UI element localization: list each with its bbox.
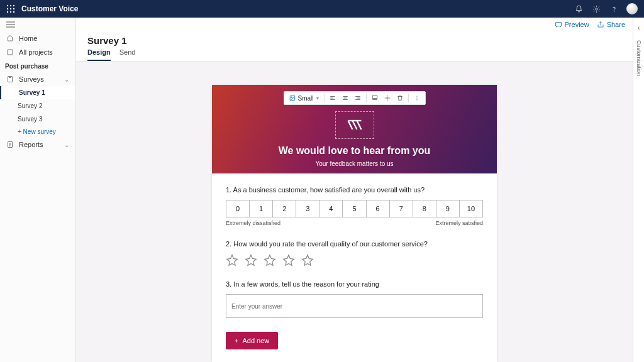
align-right-icon[interactable] — [352, 92, 364, 104]
size-select[interactable]: Small ▾ — [286, 95, 321, 102]
star-2[interactable] — [245, 254, 257, 266]
svg-point-8 — [13, 11, 14, 13]
star-1[interactable] — [226, 254, 238, 266]
help-icon[interactable] — [605, 0, 623, 18]
nps-labels: Extremely dissatisfied Extremely satisfi… — [226, 220, 483, 226]
nav-reports-label: Reports — [19, 141, 43, 148]
logo-placeholder[interactable] — [335, 111, 374, 139]
new-survey-link[interactable]: + New survey — [0, 126, 75, 138]
nav-survey-2[interactable]: Survey 2 — [0, 99, 75, 112]
settings-icon[interactable] — [587, 0, 605, 18]
nps-high-label: Extremely satisfied — [435, 220, 483, 226]
notifications-icon[interactable] — [570, 0, 587, 18]
tab-design[interactable]: Design — [87, 48, 111, 61]
svg-point-7 — [10, 11, 11, 13]
customization-rail: ‹ Customization — [633, 18, 644, 362]
svg-rect-12 — [8, 50, 13, 55]
svg-point-19 — [386, 97, 388, 99]
align-center-icon[interactable] — [340, 92, 351, 104]
nps-6[interactable]: 6 — [366, 200, 390, 217]
nps-5[interactable]: 5 — [342, 200, 366, 217]
nps-8[interactable]: 8 — [413, 200, 436, 217]
tab-send[interactable]: Send — [119, 48, 136, 61]
command-bar: Preview Share — [76, 18, 633, 31]
nav-all-projects-label: All projects — [19, 48, 53, 56]
question-3-text: 3. In a few words, tell us the reason fo… — [226, 280, 483, 288]
nav-survey-3[interactable]: Survey 3 — [0, 112, 75, 126]
section-label: Post purchase — [0, 59, 75, 72]
banner: Small ▾ — [212, 85, 497, 173]
hamburger-icon[interactable] — [0, 18, 75, 31]
nps-1[interactable]: 1 — [249, 200, 273, 217]
global-header: Customer Voice — [0, 0, 644, 18]
chevron-down-icon: ⌄ — [64, 141, 69, 148]
nav-reports[interactable]: Reports ⌄ — [0, 138, 75, 151]
more-icon[interactable] — [411, 92, 423, 104]
add-new-button[interactable]: + Add new — [226, 332, 278, 349]
tabs: Design Send — [87, 48, 621, 61]
surveys-icon — [6, 75, 14, 83]
nav-home[interactable]: Home — [0, 31, 75, 45]
chevron-left-icon[interactable]: ‹ — [638, 24, 640, 31]
banner-title[interactable]: We would love to hear from you — [212, 145, 497, 156]
nps-4[interactable]: 4 — [319, 200, 343, 217]
svg-point-4 — [10, 8, 11, 9]
svg-point-0 — [7, 5, 8, 6]
home-icon — [6, 35, 14, 42]
preview-button[interactable]: Preview — [555, 21, 589, 28]
plus-icon: + — [235, 337, 238, 344]
question-2-text: 2. How would you rate the overall qualit… — [226, 240, 483, 248]
svg-point-3 — [7, 8, 8, 9]
nav-survey-1[interactable]: Survey 1 — [0, 86, 75, 99]
question-1-text: 1. As a business customer, how satisfied… — [226, 186, 483, 194]
nav-all-projects[interactable]: All projects — [0, 45, 75, 59]
nps-7[interactable]: 7 — [389, 200, 413, 217]
align-left-icon[interactable] — [327, 92, 338, 104]
app-launcher-icon[interactable] — [6, 4, 15, 13]
canvas: Small ▾ — [76, 62, 633, 362]
star-5[interactable] — [301, 254, 314, 266]
chevron-down-icon: ▾ — [316, 96, 319, 101]
svg-rect-15 — [555, 23, 561, 26]
question-3[interactable]: 3. In a few words, tell us the reason fo… — [226, 280, 483, 318]
text-position-icon[interactable] — [369, 92, 380, 104]
answer-input[interactable] — [226, 294, 483, 318]
svg-point-22 — [416, 99, 417, 100]
delete-icon[interactable] — [394, 92, 406, 104]
customization-label[interactable]: Customization — [636, 40, 642, 76]
question-1[interactable]: 1. As a business customer, how satisfied… — [226, 186, 483, 226]
app-name: Customer Voice — [21, 4, 78, 13]
image-icon — [289, 95, 295, 101]
nps-scale: 0 1 2 3 4 5 6 7 8 9 10 — [226, 200, 483, 217]
focal-point-icon[interactable] — [382, 92, 393, 104]
sidebar: Home All projects Post purchase Surveys … — [0, 18, 76, 362]
nps-10[interactable]: 10 — [459, 200, 483, 217]
svg-point-6 — [7, 11, 8, 13]
svg-point-17 — [291, 97, 292, 98]
nav-home-label: Home — [19, 35, 37, 42]
preview-icon — [555, 21, 562, 28]
question-2[interactable]: 2. How would you rate the overall qualit… — [226, 240, 483, 266]
star-3[interactable] — [264, 254, 276, 266]
nps-2[interactable]: 2 — [272, 200, 296, 217]
projects-icon — [6, 48, 14, 56]
svg-point-20 — [416, 96, 417, 96]
star-4[interactable] — [282, 254, 295, 266]
share-button[interactable]: Share — [597, 21, 625, 28]
nav-surveys[interactable]: Surveys ⌄ — [0, 72, 75, 86]
svg-point-5 — [13, 8, 14, 9]
svg-point-11 — [614, 11, 614, 11]
app-logo-icon — [346, 116, 364, 134]
chevron-down-icon: ⌄ — [64, 76, 69, 83]
svg-rect-18 — [372, 96, 377, 98]
nav-surveys-label: Surveys — [19, 75, 44, 83]
share-icon — [597, 21, 604, 28]
survey-card: Small ▾ — [212, 85, 497, 362]
nps-3[interactable]: 3 — [296, 200, 319, 217]
nps-9[interactable]: 9 — [436, 200, 460, 217]
main-content: Preview Share Survey 1 Design Send S — [76, 18, 633, 362]
star-rating — [226, 254, 483, 266]
banner-subtitle[interactable]: Your feedback matters to us — [212, 160, 497, 167]
nps-0[interactable]: 0 — [226, 200, 250, 217]
user-avatar[interactable] — [626, 3, 638, 14]
